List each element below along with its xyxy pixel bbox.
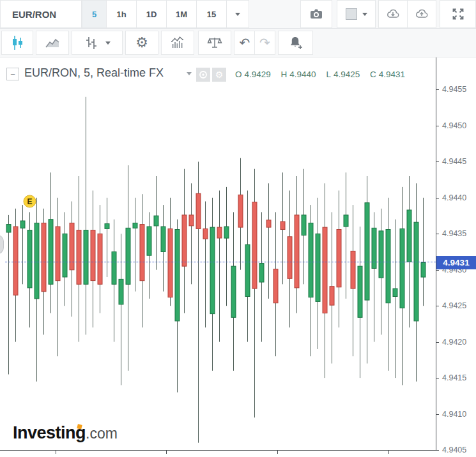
time-axis-line[interactable] [0, 450, 436, 451]
candlestick-chart[interactable]: E [0, 0, 476, 457]
price-tick-dash [436, 270, 439, 271]
candle-up [245, 244, 250, 296]
logo-tld-text: .com [86, 425, 118, 442]
time-tick-dash [277, 450, 278, 454]
candle-up [386, 230, 390, 303]
candle-up [344, 215, 348, 227]
price-tick-label: 4.9405 [442, 446, 466, 454]
candle-up [407, 210, 411, 262]
time-tick-dash [166, 450, 167, 454]
candle-down [140, 225, 144, 281]
candle-up [365, 203, 369, 300]
candle-down [13, 227, 18, 295]
price-tick-dash [436, 89, 439, 90]
candle-down [252, 202, 257, 289]
candle-down [189, 215, 194, 226]
candle-down [42, 223, 46, 291]
candle-up [231, 266, 236, 317]
candle-down [273, 269, 278, 303]
candle-up [309, 223, 313, 297]
price-tick-label: 4.9420 [442, 338, 466, 347]
candle-down [182, 215, 187, 266]
candle-up [105, 224, 109, 229]
candle-up [210, 227, 215, 314]
candle-up [372, 228, 376, 268]
candle-up [302, 215, 306, 236]
logo-text: Investing [13, 423, 86, 442]
candle-up [259, 264, 264, 282]
candle-down [196, 193, 201, 228]
candle-up [133, 223, 137, 228]
candle-down [168, 228, 173, 297]
investing-logo[interactable]: Investing.com [13, 423, 118, 443]
candle-down [98, 234, 102, 284]
candle-down [280, 221, 285, 229]
candle-up [112, 252, 116, 285]
price-tick-dash [436, 342, 439, 343]
candle-down [266, 220, 271, 227]
price-tick-label: 4.9435 [442, 229, 466, 238]
candle-down [77, 230, 81, 285]
candle-up [154, 216, 158, 226]
candle-down [56, 227, 60, 281]
candle-up [175, 230, 180, 321]
price-tick-label: 4.9415 [442, 373, 466, 382]
price-tick-dash [436, 234, 439, 234]
candle-up [63, 234, 67, 277]
candle-up [35, 223, 39, 299]
candle-up [379, 231, 383, 278]
candle-down [238, 195, 243, 227]
candle-up [6, 225, 11, 232]
price-tick-dash [436, 198, 439, 199]
price-tick-label: 4.9455 [442, 85, 466, 94]
candle-up [84, 230, 88, 285]
candle-up [393, 288, 397, 296]
candle-down [351, 251, 355, 288]
candle-up [49, 220, 53, 285]
event-marker-label: E [27, 197, 32, 206]
candle-down [70, 223, 74, 269]
price-tick-label: 4.9410 [442, 410, 466, 419]
candle-up [224, 227, 229, 238]
candle-down [323, 227, 327, 313]
candle-down [337, 230, 341, 287]
candle-up [358, 266, 362, 317]
candle-up [421, 263, 426, 278]
candle-up [126, 228, 130, 284]
candle-up [20, 221, 25, 228]
time-tick-dash [388, 450, 389, 454]
price-tick-dash [436, 378, 439, 378]
candle-down [288, 237, 292, 279]
price-axis-line[interactable] [436, 57, 436, 450]
candle-up [161, 227, 165, 252]
candle-up [147, 227, 151, 255]
price-tick-label: 4.9445 [442, 157, 466, 166]
current-price-label[interactable]: 4.9431 [436, 256, 476, 269]
candle-down [295, 215, 299, 288]
candle-up [316, 234, 320, 301]
price-tick-label: 4.9450 [442, 121, 466, 130]
price-tick-dash [436, 414, 439, 415]
price-tick-dash [436, 306, 439, 306]
candle-up [400, 228, 404, 308]
candle-up [119, 279, 123, 304]
candle-down [91, 230, 95, 281]
price-tick-label: 4.9440 [442, 193, 466, 202]
time-tick-dash [56, 450, 56, 454]
candle-down [203, 228, 208, 239]
price-tick-dash [436, 126, 439, 126]
candle-down [217, 227, 222, 238]
candle-up [27, 230, 32, 288]
candle-up [414, 222, 418, 321]
price-tick-label: 4.9425 [442, 301, 466, 310]
current-price-line [5, 262, 436, 262]
price-tick-dash [436, 161, 439, 162]
candle-down [330, 287, 334, 305]
chart-widget: EUR/RON 5 1h 1D 1M 15 [0, 0, 476, 457]
